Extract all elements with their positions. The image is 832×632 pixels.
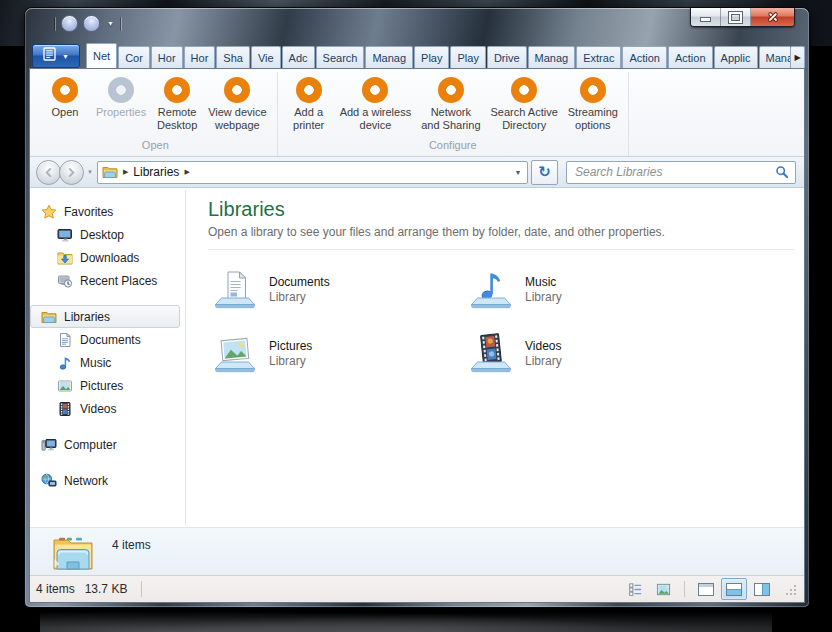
star-icon xyxy=(41,204,57,220)
search-icon[interactable] xyxy=(775,165,789,179)
tab-search-7[interactable]: Search xyxy=(316,46,365,68)
pictures-icon xyxy=(57,378,73,394)
tile-type: Library xyxy=(525,290,562,305)
close-button[interactable] xyxy=(751,8,794,26)
sidebar-item-desktop[interactable]: Desktop xyxy=(30,223,180,246)
search-input[interactable] xyxy=(567,165,775,179)
streaming-options-button[interactable]: Streaming options xyxy=(563,72,623,132)
tab-hor-3[interactable]: Hor xyxy=(184,46,216,68)
library-tile-videos[interactable]: VideosLibrary xyxy=(464,324,720,384)
file-menu-button[interactable]: ▼ xyxy=(32,44,80,68)
address-dropdown-icon[interactable]: ▼ xyxy=(510,169,526,176)
page-title: Libraries xyxy=(208,198,794,221)
forward-button[interactable] xyxy=(59,160,84,185)
resize-grip[interactable] xyxy=(783,582,798,597)
forward-arrow-icon xyxy=(65,166,78,179)
ribbon-group-label: Configure xyxy=(283,139,623,156)
minimize-button[interactable] xyxy=(691,8,720,26)
sidebar-item-favorites[interactable]: Favorites xyxy=(30,200,180,223)
tab-hor-2[interactable]: Hor xyxy=(151,46,183,68)
sidebar-item-libraries[interactable]: Libraries xyxy=(30,305,180,328)
library-tile-music[interactable]: MusicLibrary xyxy=(464,260,720,320)
tab-vie-5[interactable]: Vie xyxy=(251,46,281,68)
breadcrumb-libraries[interactable]: Libraries xyxy=(133,165,179,179)
refresh-button[interactable]: ↻ xyxy=(531,160,558,185)
tab-action-15[interactable]: Action xyxy=(668,46,713,68)
tab-play-9[interactable]: Play xyxy=(414,46,449,68)
ribbon-button-label: Streaming options xyxy=(568,106,618,132)
tab-cor-1[interactable]: Cor xyxy=(118,46,150,68)
tab-net-0[interactable]: Net xyxy=(86,43,117,68)
sidebar-item-label: Desktop xyxy=(80,228,124,242)
network-and-sharing-button[interactable]: Network and Sharing xyxy=(416,72,485,132)
tab-manag-12[interactable]: Manag xyxy=(528,46,576,68)
tab-adc-6[interactable]: Adc xyxy=(282,46,315,68)
maximize-button[interactable] xyxy=(720,8,751,26)
pictures-library-icon xyxy=(212,333,258,375)
sidebar-item-videos[interactable]: Videos xyxy=(30,397,180,420)
sidebar-item-documents[interactable]: Documents xyxy=(30,328,180,351)
sidebar-item-music[interactable]: Music xyxy=(30,351,180,374)
properties-button[interactable]: Properties xyxy=(91,72,151,119)
ribbon-button-label: Add a wireless device xyxy=(340,106,412,132)
sidebar-item-recent-places[interactable]: Recent Places xyxy=(30,269,180,292)
ribbon-group-configure: Add a printerAdd a wireless deviceNetwor… xyxy=(278,72,629,156)
remote-desktop-button[interactable]: Remote Desktop xyxy=(151,72,203,132)
minimize-icon xyxy=(701,18,710,21)
page-subtitle: Open a library to see your files and arr… xyxy=(208,225,794,239)
tab-overflow-button[interactable]: ▶ xyxy=(790,46,805,68)
qat-orb-icon[interactable] xyxy=(61,15,78,32)
thumbnails-view-button[interactable] xyxy=(650,578,676,600)
view-device-webpage-button[interactable]: View device webpage xyxy=(203,72,272,132)
tab-drive-11[interactable]: Drive xyxy=(487,46,527,68)
qat-orb-icon[interactable] xyxy=(83,15,100,32)
desktop-icon xyxy=(57,227,73,243)
tab-manag-8[interactable]: Manag xyxy=(365,46,413,68)
tab-action-14[interactable]: Action xyxy=(622,46,667,68)
details-pane-bottom-icon xyxy=(726,583,742,596)
preview-pane-right-button[interactable] xyxy=(749,578,775,600)
chevron-down-icon[interactable]: ▼ xyxy=(105,20,116,27)
breadcrumb-arrow-icon[interactable]: ▶ xyxy=(123,168,128,176)
orange-ring-icon xyxy=(224,77,250,103)
computer-icon xyxy=(41,437,57,453)
ribbon: OpenPropertiesRemote DesktopView device … xyxy=(30,69,804,157)
details-view-button[interactable] xyxy=(622,578,648,600)
status-items-count: 4 items xyxy=(36,582,75,596)
tab-sha-4[interactable]: Sha xyxy=(216,46,250,68)
add-a-wireless-device-button[interactable]: Add a wireless device xyxy=(335,72,417,132)
tab-play-10[interactable]: Play xyxy=(450,46,485,68)
details-pane-bottom-button[interactable] xyxy=(721,578,747,600)
titlebar[interactable]: ▼ xyxy=(29,8,805,41)
back-button[interactable] xyxy=(36,160,61,185)
sidebar-item-pictures[interactable]: Pictures xyxy=(30,374,180,397)
quick-access-toolbar: ▼ xyxy=(55,15,122,32)
tile-name: Videos xyxy=(525,339,562,354)
tab-manag-17[interactable]: Manag xyxy=(759,46,790,68)
sidebar-item-label: Network xyxy=(64,474,108,488)
library-tile-pictures[interactable]: PicturesLibrary xyxy=(208,324,464,384)
sidebar-item-label: Music xyxy=(80,356,111,370)
sidebar-item-network[interactable]: Network xyxy=(30,469,180,492)
address-bar[interactable]: ▶ Libraries ▶ ▼ xyxy=(97,161,528,184)
add-a-printer-button[interactable]: Add a printer xyxy=(283,72,335,132)
tab-applic-16[interactable]: Applic xyxy=(714,46,758,68)
ribbon-button-label: Add a printer xyxy=(293,106,324,132)
content-separator xyxy=(208,249,794,250)
tile-type: Library xyxy=(269,290,330,305)
library-tile-documents[interactable]: DocumentsLibrary xyxy=(208,260,464,320)
search-active-directory-button[interactable]: Search Active Directory xyxy=(486,72,563,132)
ribbon-group-open: OpenPropertiesRemote DesktopView device … xyxy=(34,72,278,156)
sidebar-item-downloads[interactable]: Downloads xyxy=(30,246,180,269)
history-dropdown-icon[interactable]: ▼ xyxy=(87,169,93,175)
status-size: 13.7 KB xyxy=(85,582,128,596)
breadcrumb-arrow-icon[interactable]: ▶ xyxy=(184,168,189,176)
preview-pane-top-button[interactable] xyxy=(693,578,719,600)
sidebar-item-computer[interactable]: Computer xyxy=(30,433,180,456)
network-icon xyxy=(41,473,57,489)
open-button[interactable]: Open xyxy=(39,72,91,119)
tab-extrac-13[interactable]: Extrac xyxy=(576,46,621,68)
separator xyxy=(141,581,142,597)
maximize-icon xyxy=(729,12,742,23)
videos-library-icon xyxy=(468,333,514,375)
